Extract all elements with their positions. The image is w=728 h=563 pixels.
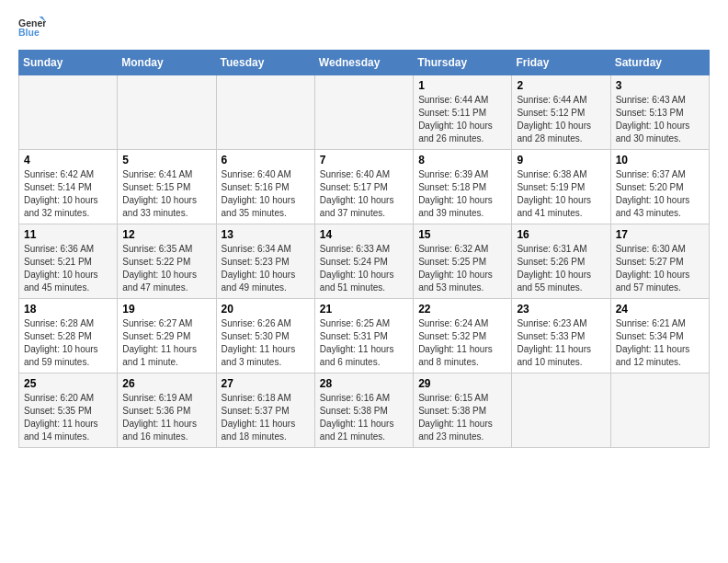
- day-number: 29: [418, 377, 506, 390]
- calendar-cell: 10Sunrise: 6:37 AM Sunset: 5:20 PM Dayli…: [610, 150, 709, 224]
- calendar-cell: 8Sunrise: 6:39 AM Sunset: 5:18 PM Daylig…: [414, 150, 512, 224]
- calendar-cell: 21Sunrise: 6:25 AM Sunset: 5:31 PM Dayli…: [314, 299, 413, 373]
- calendar-cell: 11Sunrise: 6:36 AM Sunset: 5:21 PM Dayli…: [19, 224, 118, 299]
- day-info: Sunrise: 6:44 AM Sunset: 5:11 PM Dayligh…: [418, 94, 506, 145]
- day-info: Sunrise: 6:41 AM Sunset: 5:15 PM Dayligh…: [122, 168, 210, 220]
- day-info: Sunrise: 6:39 AM Sunset: 5:18 PM Dayligh…: [418, 168, 506, 220]
- day-number: 4: [24, 154, 112, 167]
- day-info: Sunrise: 6:18 AM Sunset: 5:37 PM Dayligh…: [222, 392, 310, 443]
- day-number: 1: [418, 79, 506, 92]
- day-info: Sunrise: 6:43 AM Sunset: 5:13 PM Dayligh…: [616, 94, 704, 145]
- day-number: 5: [122, 154, 210, 167]
- day-info: Sunrise: 6:32 AM Sunset: 5:25 PM Dayligh…: [418, 243, 506, 294]
- calendar-cell: 20Sunrise: 6:26 AM Sunset: 5:30 PM Dayli…: [216, 299, 314, 373]
- day-info: Sunrise: 6:33 AM Sunset: 5:24 PM Dayligh…: [320, 243, 408, 294]
- logo-icon: General Blue: [18, 15, 46, 40]
- calendar-cell: 12Sunrise: 6:35 AM Sunset: 5:22 PM Dayli…: [118, 224, 216, 299]
- week-row-4: 18Sunrise: 6:28 AM Sunset: 5:28 PM Dayli…: [19, 299, 710, 373]
- calendar-cell: 28Sunrise: 6:16 AM Sunset: 5:38 PM Dayli…: [314, 373, 413, 448]
- calendar-cell: 19Sunrise: 6:27 AM Sunset: 5:29 PM Dayli…: [118, 299, 216, 373]
- day-number: 9: [517, 154, 605, 167]
- day-number: 23: [517, 303, 605, 316]
- day-number: 24: [616, 303, 704, 316]
- day-info: Sunrise: 6:16 AM Sunset: 5:38 PM Dayligh…: [320, 392, 408, 443]
- day-number: 22: [418, 303, 506, 316]
- day-number: 13: [222, 228, 310, 241]
- day-number: 26: [122, 377, 210, 390]
- day-info: Sunrise: 6:40 AM Sunset: 5:17 PM Dayligh…: [320, 168, 408, 220]
- day-number: 28: [320, 377, 408, 390]
- day-number: 14: [320, 228, 408, 241]
- calendar-cell: 14Sunrise: 6:33 AM Sunset: 5:24 PM Dayli…: [314, 224, 413, 299]
- logo: General Blue: [18, 15, 50, 40]
- day-info: Sunrise: 6:27 AM Sunset: 5:29 PM Dayligh…: [122, 317, 210, 369]
- day-number: 12: [122, 228, 210, 241]
- day-info: Sunrise: 6:31 AM Sunset: 5:26 PM Dayligh…: [517, 243, 605, 294]
- calendar-cell: 25Sunrise: 6:20 AM Sunset: 5:35 PM Dayli…: [19, 373, 118, 448]
- day-number: 16: [517, 228, 605, 241]
- header-row: Sunday Monday Tuesday Wednesday Thursday…: [19, 51, 710, 75]
- day-number: 25: [24, 377, 112, 390]
- col-monday: Monday: [118, 51, 216, 75]
- day-number: 7: [320, 154, 408, 167]
- calendar-cell: 2Sunrise: 6:44 AM Sunset: 5:12 PM Daylig…: [512, 75, 610, 150]
- calendar-table: Sunday Monday Tuesday Wednesday Thursday…: [18, 50, 710, 448]
- col-tuesday: Tuesday: [216, 51, 314, 75]
- day-number: 10: [616, 154, 704, 167]
- col-saturday: Saturday: [610, 51, 709, 75]
- svg-text:Blue: Blue: [18, 27, 40, 38]
- day-info: Sunrise: 6:34 AM Sunset: 5:23 PM Dayligh…: [222, 243, 310, 294]
- col-sunday: Sunday: [19, 51, 118, 75]
- col-friday: Friday: [512, 51, 610, 75]
- day-info: Sunrise: 6:40 AM Sunset: 5:16 PM Dayligh…: [222, 168, 310, 220]
- day-number: 11: [24, 228, 112, 241]
- calendar-cell: 18Sunrise: 6:28 AM Sunset: 5:28 PM Dayli…: [19, 299, 118, 373]
- day-number: 3: [616, 79, 704, 92]
- calendar-body: 1Sunrise: 6:44 AM Sunset: 5:11 PM Daylig…: [19, 75, 710, 448]
- calendar-cell: 23Sunrise: 6:23 AM Sunset: 5:33 PM Dayli…: [512, 299, 610, 373]
- day-info: Sunrise: 6:42 AM Sunset: 5:14 PM Dayligh…: [24, 168, 112, 220]
- day-info: Sunrise: 6:36 AM Sunset: 5:21 PM Dayligh…: [24, 243, 112, 294]
- week-row-1: 1Sunrise: 6:44 AM Sunset: 5:11 PM Daylig…: [19, 75, 710, 150]
- calendar-cell: [610, 373, 709, 448]
- day-info: Sunrise: 6:30 AM Sunset: 5:27 PM Dayligh…: [616, 243, 704, 294]
- calendar-cell: 17Sunrise: 6:30 AM Sunset: 5:27 PM Dayli…: [610, 224, 709, 299]
- day-info: Sunrise: 6:44 AM Sunset: 5:12 PM Dayligh…: [517, 94, 605, 145]
- calendar-header: Sunday Monday Tuesday Wednesday Thursday…: [19, 51, 710, 75]
- col-thursday: Thursday: [414, 51, 512, 75]
- day-info: Sunrise: 6:23 AM Sunset: 5:33 PM Dayligh…: [517, 317, 605, 369]
- calendar-cell: [216, 75, 314, 150]
- calendar-cell: 7Sunrise: 6:40 AM Sunset: 5:17 PM Daylig…: [314, 150, 413, 224]
- day-info: Sunrise: 6:37 AM Sunset: 5:20 PM Dayligh…: [616, 168, 704, 220]
- calendar-cell: [19, 75, 118, 150]
- calendar-cell: 27Sunrise: 6:18 AM Sunset: 5:37 PM Dayli…: [216, 373, 314, 448]
- week-row-5: 25Sunrise: 6:20 AM Sunset: 5:35 PM Dayli…: [19, 373, 710, 448]
- calendar-cell: 15Sunrise: 6:32 AM Sunset: 5:25 PM Dayli…: [414, 224, 512, 299]
- week-row-3: 11Sunrise: 6:36 AM Sunset: 5:21 PM Dayli…: [19, 224, 710, 299]
- calendar-cell: [118, 75, 216, 150]
- day-info: Sunrise: 6:25 AM Sunset: 5:31 PM Dayligh…: [320, 317, 408, 369]
- calendar-cell: 3Sunrise: 6:43 AM Sunset: 5:13 PM Daylig…: [610, 75, 709, 150]
- calendar-cell: 26Sunrise: 6:19 AM Sunset: 5:36 PM Dayli…: [118, 373, 216, 448]
- day-info: Sunrise: 6:28 AM Sunset: 5:28 PM Dayligh…: [24, 317, 112, 369]
- day-number: 15: [418, 228, 506, 241]
- calendar-cell: [314, 75, 413, 150]
- day-number: 6: [222, 154, 310, 167]
- day-number: 21: [320, 303, 408, 316]
- page-header: General Blue: [18, 15, 710, 40]
- calendar-cell: 24Sunrise: 6:21 AM Sunset: 5:34 PM Dayli…: [610, 299, 709, 373]
- day-info: Sunrise: 6:20 AM Sunset: 5:35 PM Dayligh…: [24, 392, 112, 443]
- day-number: 20: [222, 303, 310, 316]
- calendar-cell: 6Sunrise: 6:40 AM Sunset: 5:16 PM Daylig…: [216, 150, 314, 224]
- col-wednesday: Wednesday: [314, 51, 413, 75]
- calendar-cell: 1Sunrise: 6:44 AM Sunset: 5:11 PM Daylig…: [414, 75, 512, 150]
- day-info: Sunrise: 6:21 AM Sunset: 5:34 PM Dayligh…: [616, 317, 704, 369]
- day-number: 2: [517, 79, 605, 92]
- calendar-cell: 9Sunrise: 6:38 AM Sunset: 5:19 PM Daylig…: [512, 150, 610, 224]
- day-info: Sunrise: 6:38 AM Sunset: 5:19 PM Dayligh…: [517, 168, 605, 220]
- day-number: 27: [222, 377, 310, 390]
- calendar-cell: [512, 373, 610, 448]
- calendar-cell: 4Sunrise: 6:42 AM Sunset: 5:14 PM Daylig…: [19, 150, 118, 224]
- day-info: Sunrise: 6:35 AM Sunset: 5:22 PM Dayligh…: [122, 243, 210, 294]
- calendar-cell: 5Sunrise: 6:41 AM Sunset: 5:15 PM Daylig…: [118, 150, 216, 224]
